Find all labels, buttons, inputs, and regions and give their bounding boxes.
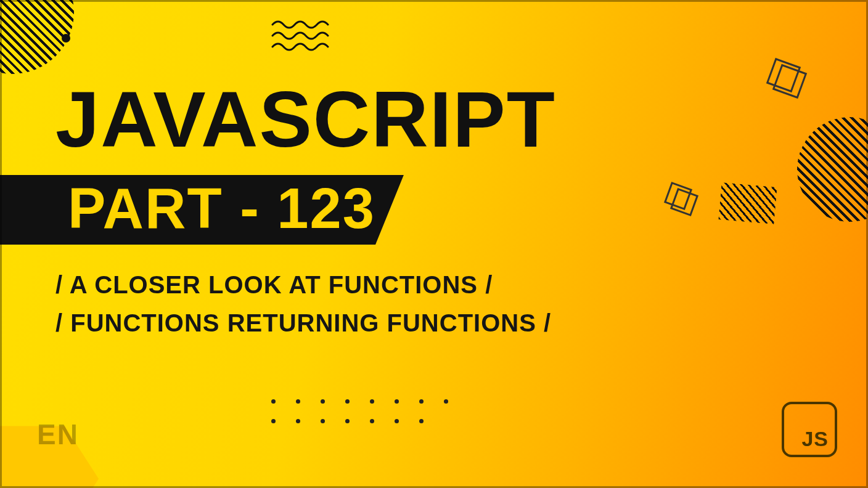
dot-grid [271, 399, 469, 439]
js-logo-badge: JS [782, 402, 837, 457]
hatched-right-circle [797, 117, 868, 222]
subtitle-block: / A CLOSER LOOK AT FUNCTIONS / / FUNCTIO… [55, 266, 556, 342]
outline-square-icon [772, 64, 807, 99]
course-title: JAVASCRIPT [55, 80, 556, 159]
headline-block: JAVASCRIPT PART - 123 / A CLOSER LOOK AT… [55, 80, 556, 342]
waves-icon [271, 18, 339, 55]
subtitle-line-2: / FUNCTIONS RETURNING FUNCTIONS / [55, 304, 556, 342]
part-label: PART - 123 [68, 177, 375, 240]
part-banner: PART - 123 [0, 175, 404, 245]
js-logo-text: JS [801, 427, 829, 451]
outline-square-icon [670, 188, 698, 216]
hatch-patch [719, 182, 777, 224]
accent-dot [62, 34, 70, 43]
subtitle-line-1: / A CLOSER LOOK AT FUNCTIONS / [55, 266, 556, 304]
outline-square-icon [766, 58, 801, 92]
hatched-corner-circle [0, 0, 74, 74]
outline-square-icon [664, 182, 692, 210]
language-tag: EN [37, 418, 79, 451]
